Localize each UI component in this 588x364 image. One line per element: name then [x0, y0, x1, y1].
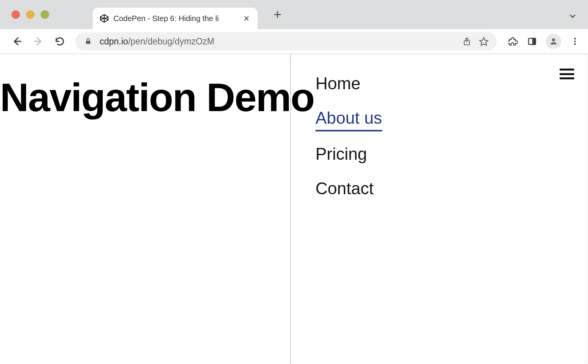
- forward-button[interactable]: [29, 32, 48, 51]
- window-maximize-button[interactable]: [41, 10, 49, 19]
- svg-point-18: [574, 43, 576, 45]
- codepen-icon: [100, 14, 109, 23]
- sidepanel-icon[interactable]: [527, 36, 537, 47]
- window-close-button[interactable]: [11, 10, 20, 19]
- close-tab-button[interactable]: [242, 14, 251, 23]
- nav-item-contact: Contact: [315, 179, 588, 200]
- nav-list: Home About us Pricing Contact: [315, 74, 588, 200]
- svg-marker-11: [480, 38, 488, 45]
- profile-button[interactable]: [546, 34, 561, 49]
- navigation-panel: Home About us Pricing Contact: [290, 54, 588, 364]
- nav-item-home: Home: [315, 74, 588, 95]
- new-tab-button[interactable]: [268, 5, 287, 24]
- browser-tab-active[interactable]: CodePen - Step 6: Hiding the li: [93, 8, 258, 29]
- address-bar[interactable]: cdpn.io/pen/debug/dymzOzM: [75, 32, 497, 51]
- nav-link-about[interactable]: About us: [315, 108, 382, 131]
- lock-icon: [83, 36, 94, 47]
- window-controls: [11, 10, 49, 19]
- tab-strip: CodePen - Step 6: Hiding the li: [0, 0, 588, 29]
- kebab-menu-icon[interactable]: [570, 36, 580, 47]
- svg-rect-9: [86, 41, 90, 44]
- tab-title: CodePen - Step 6: Hiding the li: [113, 14, 219, 23]
- window-minimize-button[interactable]: [26, 10, 34, 19]
- nav-item-about: About us: [315, 108, 588, 131]
- nav-link-pricing[interactable]: Pricing: [315, 144, 367, 166]
- extensions-icon[interactable]: [508, 36, 518, 47]
- toolbar-right-icons: [508, 34, 580, 49]
- svg-point-15: [552, 38, 555, 41]
- browser-chrome: CodePen - Step 6: Hiding the li: [0, 0, 588, 54]
- nav-link-contact[interactable]: Contact: [315, 179, 374, 200]
- url-text: cdpn.io/pen/debug/dymzOzM: [100, 36, 214, 47]
- svg-rect-14: [533, 38, 535, 44]
- reload-button[interactable]: [51, 32, 69, 51]
- hamburger-menu-button[interactable]: [560, 69, 574, 79]
- svg-point-16: [574, 38, 576, 39]
- url-domain: cdpn.io: [100, 36, 128, 46]
- browser-toolbar: cdpn.io/pen/debug/dymzOzM: [0, 29, 588, 54]
- share-icon[interactable]: [462, 36, 472, 47]
- main-area: Navigation Demo: [0, 54, 290, 364]
- page-content: Navigation Demo Home About us Pricing Co…: [0, 54, 588, 364]
- back-button[interactable]: [8, 32, 26, 51]
- nav-item-pricing: Pricing: [315, 144, 588, 166]
- url-path: /pen/debug/dymzOzM: [128, 36, 214, 46]
- nav-link-home[interactable]: Home: [315, 74, 360, 95]
- star-icon[interactable]: [478, 36, 489, 47]
- svg-point-17: [574, 41, 576, 42]
- page-title: Navigation Demo: [0, 75, 290, 121]
- tabs-dropdown-button[interactable]: [567, 10, 579, 22]
